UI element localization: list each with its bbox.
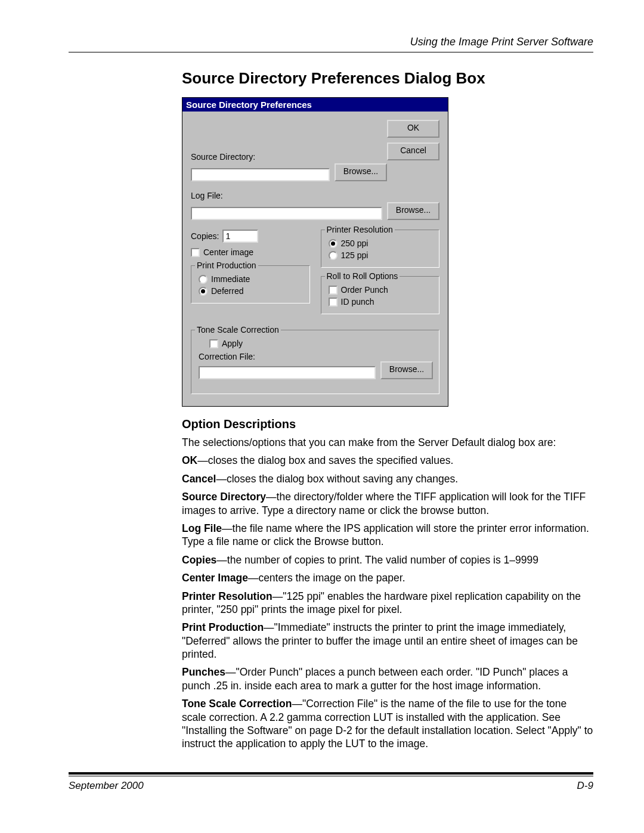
center-image-checkbox[interactable] — [191, 248, 200, 257]
desc-log-text: —the file name where the IPS application… — [182, 522, 589, 547]
deferred-label: Deferred — [211, 286, 243, 296]
correction-file-label: Correction File: — [199, 352, 433, 361]
ppi125-radio[interactable] — [329, 251, 338, 260]
desc-center-bold: Center Image — [182, 572, 248, 584]
log-file-input[interactable] — [191, 207, 382, 220]
print-production-legend: Print Production — [195, 261, 258, 270]
order-punch-checkbox[interactable] — [329, 286, 338, 295]
desc-copies-bold: Copies — [182, 554, 216, 566]
desc-ok-text: —closes the dialog box and saves the spe… — [197, 454, 453, 466]
desc-cancel-text: —closes the dialog box without saving an… — [216, 473, 458, 485]
order-punch-label: Order Punch — [341, 285, 388, 295]
copies-label: Copies: — [191, 231, 219, 241]
desc-punch-text: —"Order Punch" places a punch between ea… — [182, 666, 568, 691]
desc-center-text: —centers the image on the paper. — [248, 572, 405, 584]
apply-label: Apply — [222, 339, 243, 348]
ok-button[interactable]: OK — [387, 120, 439, 138]
browse-source-button[interactable]: Browse... — [335, 163, 387, 181]
dialog-source-directory-preferences: Source Directory Preferences OK Cancel S… — [182, 97, 448, 407]
deferred-radio[interactable] — [199, 287, 208, 296]
copies-input[interactable] — [222, 230, 258, 243]
desc-log-bold: Log File — [182, 522, 222, 534]
option-descriptions: The selections/options that you can make… — [182, 436, 593, 751]
desc-src-bold: Source Directory — [182, 491, 266, 503]
tone-scale-group: Tone Scale Correction Apply Correction F… — [191, 330, 439, 394]
ppi250-radio[interactable] — [329, 239, 338, 248]
dialog-titlebar: Source Directory Preferences — [182, 98, 448, 112]
footer-page: D-9 — [577, 780, 593, 792]
desc-punch-bold: Punches — [182, 666, 225, 678]
desc-tone-bold: Tone Scale Correction — [182, 698, 292, 710]
desc-intro: The selections/options that you can make… — [182, 436, 593, 449]
id-punch-checkbox[interactable] — [329, 298, 338, 306]
desc-copies-text: —the number of copies to print. The vali… — [216, 554, 538, 566]
cancel-button[interactable]: Cancel — [387, 143, 439, 160]
roll-to-roll-group: Roll to Roll Options Order Punch ID punc… — [321, 276, 440, 314]
section-title: Source Directory Preferences Dialog Box — [182, 69, 593, 88]
roll-to-roll-legend: Roll to Roll Options — [325, 271, 400, 281]
source-directory-input[interactable] — [191, 168, 330, 181]
immediate-label: Immediate — [211, 274, 250, 284]
printer-resolution-group: Printer Resolution 250 ppi 125 ppi — [321, 230, 440, 268]
print-production-group: Print Production Immediate Deferred — [191, 265, 310, 304]
desc-ok-bold: OK — [182, 454, 197, 466]
option-descriptions-heading: Option Descriptions — [182, 417, 593, 431]
apply-checkbox[interactable] — [209, 339, 218, 348]
browse-log-button[interactable]: Browse... — [387, 202, 439, 220]
footer-rule-thin — [69, 776, 593, 776]
printer-resolution-legend: Printer Resolution — [325, 225, 395, 234]
correction-file-input[interactable] — [199, 366, 376, 379]
header-rule — [69, 52, 593, 52]
id-punch-label: ID punch — [341, 297, 374, 306]
desc-pres-bold: Printer Resolution — [182, 590, 273, 602]
log-file-label: Log File: — [191, 191, 439, 200]
footer-date: September 2000 — [69, 780, 144, 792]
ppi125-label: 125 ppi — [341, 250, 369, 260]
ppi250-label: 250 ppi — [341, 239, 369, 248]
immediate-radio[interactable] — [199, 275, 208, 284]
browse-correction-button[interactable]: Browse... — [380, 361, 433, 379]
tone-scale-legend: Tone Scale Correction — [195, 325, 281, 335]
desc-cancel-bold: Cancel — [182, 473, 216, 485]
center-image-label: Center image — [203, 247, 253, 257]
running-header: Using the Image Print Server Software — [69, 36, 593, 48]
desc-pprod-bold: Print Production — [182, 621, 264, 633]
footer-rule-thick — [69, 772, 593, 775]
